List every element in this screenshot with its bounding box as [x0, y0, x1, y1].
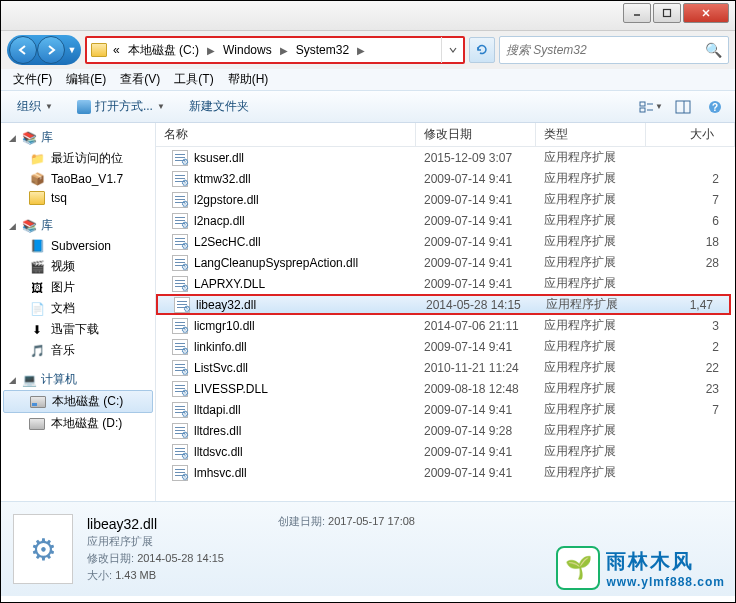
file-row[interactable]: LAPRXY.DLL2009-07-14 9:41应用程序扩展	[156, 273, 735, 294]
chevron-right-icon[interactable]: ▶	[205, 45, 217, 56]
breadcrumb-windows[interactable]: Windows	[221, 43, 274, 57]
sidebar-item[interactable]: 🎵音乐	[1, 340, 155, 361]
file-type: 应用程序扩展	[536, 317, 646, 334]
menu-edit[interactable]: 编辑(E)	[60, 69, 112, 90]
view-options-button[interactable]: ▼	[639, 95, 663, 119]
breadcrumb-system32[interactable]: System32	[294, 43, 351, 57]
file-row[interactable]: lltdapi.dll2009-07-14 9:41应用程序扩展7	[156, 399, 735, 420]
menu-view[interactable]: 查看(V)	[114, 69, 166, 90]
preview-pane-button[interactable]	[671, 95, 695, 119]
file-name: licmgr10.dll	[194, 319, 255, 333]
refresh-button[interactable]	[469, 37, 495, 63]
library-icon: 📚	[21, 218, 37, 234]
file-row[interactable]: l2gpstore.dll2009-07-14 9:41应用程序扩展7	[156, 189, 735, 210]
chevron-right-icon[interactable]: ▶	[355, 45, 367, 56]
help-button[interactable]: ?	[703, 95, 727, 119]
file-name: ksuser.dll	[194, 151, 244, 165]
main-area: ◢📚库 📁最近访问的位 📦TaoBao_V1.7 tsq ◢📚库 📘Subver…	[1, 123, 735, 501]
pictures-icon: 🖼	[29, 280, 45, 296]
file-type: 应用程序扩展	[536, 233, 646, 250]
sidebar-drive-d[interactable]: 本地磁盘 (D:)	[1, 413, 155, 434]
file-row[interactable]: licmgr10.dll2014-07-06 21:11应用程序扩展3	[156, 315, 735, 336]
file-size: 2	[646, 340, 735, 354]
svg-rect-8	[676, 101, 690, 113]
search-input[interactable]	[506, 43, 705, 57]
maximize-button[interactable]	[653, 3, 681, 23]
disk-icon	[30, 396, 46, 408]
col-name[interactable]: 名称	[156, 123, 416, 146]
chevron-right-icon[interactable]: ▶	[278, 45, 290, 56]
sidebar-computer-head[interactable]: ◢💻计算机	[1, 369, 155, 390]
collapse-icon: ◢	[7, 221, 17, 231]
file-date: 2009-07-14 9:28	[416, 424, 536, 438]
search-box[interactable]: 🔍	[499, 36, 729, 64]
newfolder-button[interactable]: 新建文件夹	[181, 94, 257, 119]
file-row[interactable]: linkinfo.dll2009-07-14 9:41应用程序扩展2	[156, 336, 735, 357]
file-row[interactable]: LIVESSP.DLL2009-08-18 12:48应用程序扩展23	[156, 378, 735, 399]
col-date[interactable]: 修改日期	[416, 123, 536, 146]
file-name: LAPRXY.DLL	[194, 277, 265, 291]
file-type: 应用程序扩展	[538, 296, 648, 313]
details-modified-label: 修改日期:	[87, 552, 134, 564]
collapse-icon: ◢	[7, 133, 17, 143]
search-icon[interactable]: 🔍	[705, 42, 722, 58]
minimize-button[interactable]	[623, 3, 651, 23]
file-name: lltdapi.dll	[194, 403, 241, 417]
address-bar[interactable]: « 本地磁盘 (C:) ▶ Windows ▶ System32 ▶	[85, 36, 465, 64]
file-date: 2009-07-14 9:41	[416, 403, 536, 417]
file-row[interactable]: lltdres.dll2009-07-14 9:28应用程序扩展	[156, 420, 735, 441]
sidebar-item[interactable]: tsq	[1, 189, 155, 207]
organize-button[interactable]: 组织▼	[9, 94, 61, 119]
navigation-pane[interactable]: ◢📚库 📁最近访问的位 📦TaoBao_V1.7 tsq ◢📚库 📘Subver…	[1, 123, 156, 501]
file-row[interactable]: LangCleanupSysprepAction.dll2009-07-14 9…	[156, 252, 735, 273]
column-headers: 名称 修改日期 类型 大小	[156, 123, 735, 147]
close-button[interactable]	[683, 3, 729, 23]
file-type: 应用程序扩展	[536, 401, 646, 418]
file-size: 28	[646, 256, 735, 270]
file-thumbnail	[13, 514, 73, 584]
dll-icon	[172, 339, 188, 355]
col-size[interactable]: 大小	[646, 123, 735, 146]
sidebar-item[interactable]: 📘Subversion	[1, 236, 155, 256]
file-list[interactable]: ksuser.dll2015-12-09 3:07应用程序扩展ktmw32.dl…	[156, 147, 735, 501]
forward-button[interactable]	[37, 36, 65, 64]
nav-history-dropdown[interactable]: ▼	[65, 45, 79, 55]
address-dropdown[interactable]	[441, 37, 463, 63]
file-row[interactable]: L2SecHC.dll2009-07-14 9:41应用程序扩展18	[156, 231, 735, 252]
details-created-value: 2017-05-17 17:08	[328, 515, 415, 527]
sidebar-libraries-head[interactable]: ◢📚库	[1, 127, 155, 148]
file-row[interactable]: lmhsvc.dll2009-07-14 9:41应用程序扩展	[156, 462, 735, 483]
sidebar-item[interactable]: 📁最近访问的位	[1, 148, 155, 169]
sidebar-item[interactable]: 📦TaoBao_V1.7	[1, 169, 155, 189]
dll-icon	[172, 360, 188, 376]
file-name: lmhsvc.dll	[194, 466, 247, 480]
breadcrumb-c[interactable]: 本地磁盘 (C:)	[126, 42, 201, 59]
sidebar-libraries2-head[interactable]: ◢📚库	[1, 215, 155, 236]
file-row[interactable]: ksuser.dll2015-12-09 3:07应用程序扩展	[156, 147, 735, 168]
sidebar-item[interactable]: ⬇迅雷下载	[1, 319, 155, 340]
file-row[interactable]: ktmw32.dll2009-07-14 9:41应用程序扩展2	[156, 168, 735, 189]
file-row[interactable]: lltdsvc.dll2009-07-14 9:41应用程序扩展	[156, 441, 735, 462]
sidebar-item[interactable]: 📄文档	[1, 298, 155, 319]
file-row[interactable]: ListSvc.dll2010-11-21 11:24应用程序扩展22	[156, 357, 735, 378]
svg-text:?: ?	[712, 102, 718, 113]
documents-icon: 📄	[29, 301, 45, 317]
dll-icon	[172, 213, 188, 229]
back-button[interactable]	[9, 36, 37, 64]
menu-file[interactable]: 文件(F)	[7, 69, 58, 90]
details-modified-value: 2014-05-28 14:15	[137, 552, 224, 564]
file-row[interactable]: libeay32.dll2014-05-28 14:15应用程序扩展1,47	[156, 294, 731, 315]
file-type: 应用程序扩展	[536, 422, 646, 439]
file-date: 2009-07-14 9:41	[416, 466, 536, 480]
file-type: 应用程序扩展	[536, 359, 646, 376]
sidebar-item[interactable]: 🎬视频	[1, 256, 155, 277]
file-row[interactable]: l2nacp.dll2009-07-14 9:41应用程序扩展6	[156, 210, 735, 231]
sidebar-drive-c[interactable]: 本地磁盘 (C:)	[3, 390, 153, 413]
sidebar-item[interactable]: 🖼图片	[1, 277, 155, 298]
col-type[interactable]: 类型	[536, 123, 646, 146]
openwith-button[interactable]: 打开方式...▼	[69, 94, 173, 119]
menu-tools[interactable]: 工具(T)	[168, 69, 219, 90]
details-filetype: 应用程序扩展	[87, 534, 224, 549]
file-size: 2	[646, 172, 735, 186]
menu-help[interactable]: 帮助(H)	[222, 69, 275, 90]
